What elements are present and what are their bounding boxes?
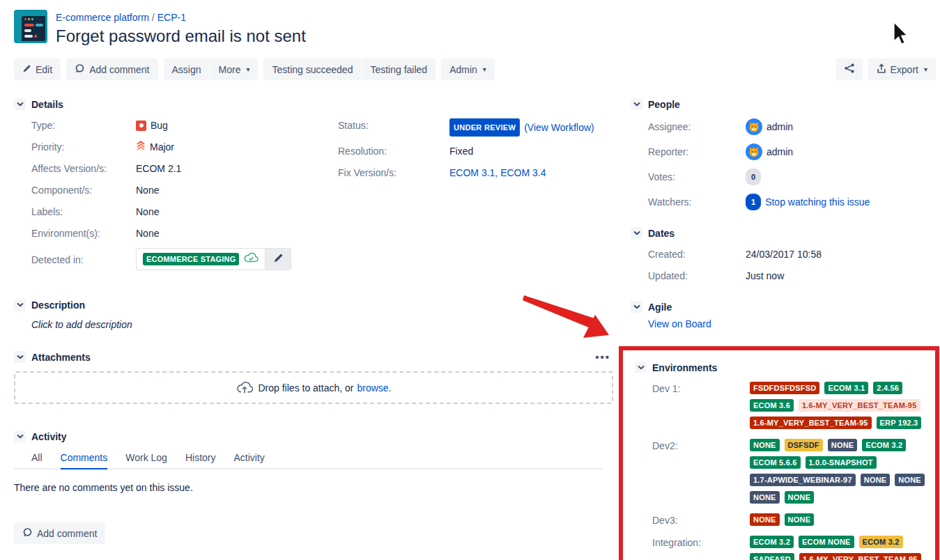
browse-link[interactable]: browse. [357, 382, 391, 394]
version-badge[interactable]: 1.6-MY_VERY_BEST_TEAM-95 [799, 399, 920, 412]
reporter-user-link[interactable]: admin [766, 145, 793, 159]
version-badge[interactable]: 1.7-APWIDE_WEBINAR-97 [750, 474, 856, 486]
version-badge[interactable]: DSFSDF [785, 439, 823, 451]
people-section: People Assignee: admin Reporter: [631, 98, 939, 210]
field-priority: Priority: Major [31, 140, 338, 154]
tab-comments[interactable]: Comments [61, 452, 108, 468]
version-badge[interactable]: NONE [861, 474, 891, 486]
priority-major-icon [136, 140, 146, 154]
share-icon [844, 63, 855, 76]
field-votes-label: Votes: [648, 170, 746, 184]
environments-rows: Dev 1:FSDFDSFDSFSDECOM 3.12.4.56ECOM 3.6… [635, 382, 932, 560]
header-text: E-commerce platform/ECP-1 Forget passwor… [56, 10, 306, 46]
version-badge[interactable]: ECOM 3.2 [859, 536, 903, 548]
testing-succeeded-button[interactable]: Testing succeeded [263, 59, 361, 80]
activity-collapse-button[interactable] [14, 430, 26, 442]
comment-bubble-icon [22, 527, 33, 540]
detected-in-badge[interactable]: ECOMMERCE STAGING [143, 253, 239, 265]
version-badge[interactable]: FSDFDSFDSFSD [750, 382, 819, 394]
version-badge[interactable]: 2.4.56 [873, 382, 902, 394]
export-dropdown-button[interactable]: Export▾ [868, 59, 937, 80]
breadcrumb-issue-key-link[interactable]: ECP-1 [157, 12, 186, 23]
version-badge[interactable]: ERP 192.3 [877, 417, 922, 429]
tab-history[interactable]: History [185, 452, 216, 468]
version-badge[interactable]: NONE [785, 491, 815, 504]
environments-heading: Environments [652, 362, 717, 373]
version-badge[interactable]: ECOM 3.2 [750, 536, 794, 548]
edit-detected-in-button[interactable] [265, 249, 291, 270]
field-created: Created: 24/03/2017 10:58 [648, 247, 939, 261]
add-comment-footer-button[interactable]: Add comment [14, 522, 105, 544]
version-badge[interactable]: ECOM 3.2 [862, 439, 906, 451]
add-comment-footer-label: Add comment [37, 528, 97, 539]
field-resolution-label: Resolution: [338, 144, 449, 158]
edit-button[interactable]: Edit [14, 59, 61, 80]
environment-row-label: Dev3: [652, 513, 750, 526]
field-status: Status: UNDER REVIEW (View Workflow) [338, 118, 613, 137]
field-environment: Environment(s): None [31, 226, 338, 240]
field-watchers: Watchers: 1 Stop watching this issue [648, 194, 939, 210]
fix-versions-links[interactable]: ECOM 3.1, ECOM 3.4 [449, 166, 546, 180]
breadcrumb-separator: / [149, 12, 157, 23]
agile-heading: Agile [648, 302, 672, 313]
field-reporter: Reporter: admin [648, 143, 939, 160]
version-badge[interactable]: SADFASD [750, 553, 794, 560]
environment-row-label: Integration: [652, 536, 750, 548]
version-badge[interactable]: ECOM 5.6.6 [750, 456, 801, 469]
tab-all[interactable]: All [31, 452, 43, 468]
version-badge[interactable]: ECOM NONE [799, 536, 854, 548]
version-badge[interactable]: ECOM 3.6 [750, 399, 794, 412]
people-heading: People [648, 99, 680, 110]
version-badge[interactable]: NONE [750, 491, 780, 504]
pencil-icon [273, 253, 284, 265]
description-collapse-button[interactable] [14, 299, 26, 311]
agile-collapse-button[interactable] [631, 301, 642, 313]
environment-badges: NONEDSFSDFNONEECOM 3.2ECOM 5.6.61.0.0-SN… [750, 439, 930, 504]
environments-collapse-button[interactable] [635, 361, 647, 373]
field-assignee-label: Assignee: [648, 120, 746, 134]
dates-collapse-button[interactable] [631, 227, 642, 239]
environments-highlight-box: Environments Dev 1:FSDFDSFDSFSDECOM 3.12… [619, 346, 939, 560]
version-badge[interactable]: NONE [750, 439, 780, 451]
project-avatar-icon[interactable] [14, 10, 47, 43]
version-badge[interactable]: NONE [750, 513, 780, 526]
field-affects-versions-label: Affects Version/s: [31, 162, 136, 176]
no-comments-message: There are no comments yet on this issue. [14, 482, 613, 493]
view-on-board-link[interactable]: View on Board [648, 318, 711, 329]
attachments-collapse-button[interactable] [14, 351, 26, 363]
tab-activity[interactable]: Activity [233, 452, 264, 468]
tab-work-log[interactable]: Work Log [125, 452, 167, 468]
version-badge[interactable]: 1.6-MY_VERY_BEST_TEAM-95 [750, 417, 872, 429]
field-detected-in: Detected in: ECOMMERCE STAGING [31, 248, 338, 270]
version-badge[interactable]: NONE [895, 474, 925, 486]
watchers-count-badge[interactable]: 1 [746, 194, 761, 210]
version-badge[interactable]: ECOM 3.1 [824, 382, 868, 394]
more-dropdown-button[interactable]: More▾ [210, 59, 259, 80]
assign-button[interactable]: Assign [164, 59, 210, 80]
version-badge[interactable]: 1.6-MY_VERY_BEST_TEAM-95 [799, 553, 921, 560]
field-watchers-label: Watchers: [648, 195, 746, 209]
breadcrumb-project-link[interactable]: E-commerce platform [56, 12, 149, 23]
details-collapse-button[interactable] [14, 98, 26, 110]
votes-count-badge[interactable]: 0 [746, 169, 761, 185]
version-badge[interactable]: 1.0.0-SNAPSHOT [806, 456, 877, 469]
people-collapse-button[interactable] [631, 98, 642, 110]
view-workflow-link[interactable]: (View Workflow) [524, 120, 594, 134]
admin-dropdown-button[interactable]: Admin▾ [441, 59, 495, 80]
version-badge[interactable]: NONE [828, 439, 858, 451]
attachment-dropzone[interactable]: Drop files to attach, or browse. [14, 371, 613, 404]
add-comment-button[interactable]: Add comment [66, 59, 157, 80]
description-placeholder[interactable]: Click to add description [14, 319, 613, 330]
issue-content: Details Type: Bug Priority: Major [14, 98, 937, 560]
share-button[interactable] [836, 59, 863, 80]
field-environment-label: Environment(s): [31, 226, 136, 240]
bug-icon [136, 120, 146, 131]
testing-failed-button[interactable]: Testing failed [361, 59, 436, 80]
chevron-down-icon: ▾ [246, 65, 249, 73]
attachments-menu-icon[interactable]: ••• [595, 351, 613, 363]
version-badge[interactable]: NONE [785, 513, 815, 526]
assignee-user-link[interactable]: admin [766, 120, 793, 134]
pencil-icon [22, 64, 31, 75]
stop-watching-link[interactable]: Stop watching this issue [765, 195, 870, 209]
field-detected-in-label: Detected in: [31, 248, 136, 267]
